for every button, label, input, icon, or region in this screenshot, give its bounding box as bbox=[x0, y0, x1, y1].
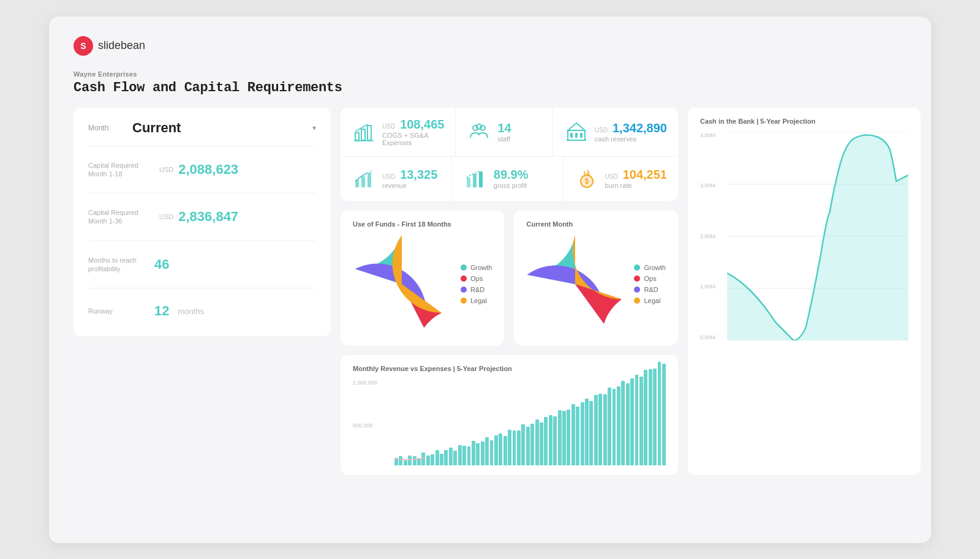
rd2-dot bbox=[634, 287, 640, 293]
ops-dot bbox=[461, 276, 467, 282]
rd2-label: R&D bbox=[644, 286, 658, 293]
bar bbox=[503, 436, 507, 465]
bar bbox=[662, 364, 666, 465]
bar bbox=[576, 407, 579, 465]
metric-revenue: USD 13,325 revenue bbox=[341, 157, 452, 201]
breadcrumb: Wayne Enterprises bbox=[74, 70, 907, 78]
stats-card: Month Current ▾ Capital RequiredMonth 1-… bbox=[74, 108, 331, 337]
svg-rect-0 bbox=[355, 133, 359, 140]
svg-text:$: $ bbox=[584, 177, 589, 186]
bar bbox=[589, 401, 593, 465]
bar bbox=[612, 389, 616, 465]
ops-label: Ops bbox=[470, 275, 483, 282]
month-value: Current bbox=[132, 120, 305, 136]
bar bbox=[585, 399, 589, 465]
right-panel: Cash in the Bank | 5-Year Projection 4.0… bbox=[688, 108, 921, 475]
legal-dot bbox=[461, 298, 467, 304]
bar bbox=[490, 440, 494, 465]
growth-dot bbox=[461, 264, 467, 271]
logo-letter: S bbox=[80, 41, 86, 51]
svg-rect-9 bbox=[575, 133, 578, 138]
bar bbox=[481, 441, 484, 465]
bar bbox=[494, 435, 498, 465]
bar bbox=[462, 446, 466, 465]
bar bbox=[598, 394, 602, 465]
profit-label: gross profit bbox=[494, 182, 529, 189]
revenue-label: revenue bbox=[382, 182, 437, 189]
pie-chart-18months: Use of Funds - First 18 Months bbox=[341, 211, 504, 345]
revenue-value: 13,325 bbox=[400, 168, 437, 182]
svg-rect-18 bbox=[479, 171, 483, 187]
profitability-value: 46 bbox=[154, 257, 169, 272]
legend-legal: Legal bbox=[461, 297, 492, 304]
pie2-title: Current Month bbox=[526, 220, 665, 228]
pie1-title: Use of Funds - First 18 Months bbox=[353, 220, 492, 228]
bar bbox=[621, 381, 625, 465]
main-container: S slidebean Wayne Enterprises Cash Flow … bbox=[49, 17, 931, 543]
revenue-chart-area: 1,000,000 500,000 bbox=[353, 380, 666, 465]
bank-y-3: 3.00M bbox=[700, 182, 725, 189]
legend2-ops: Ops bbox=[634, 275, 665, 282]
ops2-label: Ops bbox=[644, 275, 656, 282]
bar bbox=[458, 445, 462, 465]
svg-rect-10 bbox=[580, 133, 582, 138]
bars-container bbox=[394, 380, 666, 465]
bank-y-labels: 4.00M 3.00M 2.00M 1.00M 0.00M bbox=[700, 132, 725, 340]
svg-rect-17 bbox=[473, 174, 477, 187]
growth-label: Growth bbox=[470, 264, 492, 271]
left-panel: Month Current ▾ Capital RequiredMonth 1-… bbox=[74, 108, 331, 475]
bar bbox=[544, 417, 548, 465]
metric-cogs: USD 108,465 COGS + SG&A Expenses bbox=[341, 108, 456, 156]
pie1-svg bbox=[353, 235, 451, 333]
cogs-label: COGS + SG&A Expenses bbox=[382, 132, 444, 146]
profit-icon bbox=[463, 167, 488, 191]
bar bbox=[567, 410, 570, 465]
cogs-value: 108,465 bbox=[400, 118, 444, 132]
header: S slidebean bbox=[74, 36, 907, 56]
bar bbox=[626, 383, 630, 465]
staff-value: 14 bbox=[497, 121, 511, 135]
bank-icon bbox=[564, 119, 589, 144]
pie2-svg bbox=[526, 235, 624, 333]
svg-rect-8 bbox=[570, 133, 573, 138]
bar bbox=[644, 370, 647, 465]
y-axis-labels: 1,000,000 500,000 bbox=[353, 380, 393, 465]
burn-label: burn rate bbox=[605, 182, 667, 189]
pie1-legend: Growth Ops R&D bbox=[461, 264, 492, 304]
bar bbox=[417, 458, 421, 465]
bank-chart-card: Cash in the Bank | 5-Year Projection 4.0… bbox=[688, 108, 921, 475]
bar bbox=[472, 441, 475, 465]
bar bbox=[630, 378, 634, 465]
bar bbox=[649, 369, 652, 465]
burn-value: 104,251 bbox=[623, 168, 667, 182]
cogs-currency: USD bbox=[382, 123, 395, 130]
bar-chart-icon bbox=[352, 119, 376, 144]
revenue-chart-card: Monthly Revenue vs Expenses | 5-Year Pro… bbox=[341, 355, 678, 475]
y-label-2: 500,000 bbox=[353, 422, 393, 429]
revenue-chart-title: Monthly Revenue vs Expenses | 5-Year Pro… bbox=[353, 365, 666, 372]
metric-profit: 89.9% gross profit bbox=[452, 157, 564, 201]
svg-rect-1 bbox=[361, 129, 365, 140]
bar bbox=[617, 386, 620, 465]
revenue-icon bbox=[352, 167, 376, 191]
bank-chart-svg bbox=[727, 132, 908, 340]
growth2-dot bbox=[634, 264, 640, 271]
stat-row-profitability: Months to reachprofitability 46 bbox=[88, 251, 316, 279]
pie2-container: Growth Ops R&D bbox=[526, 235, 665, 333]
month-dropdown[interactable]: ▾ bbox=[312, 124, 316, 132]
legend-growth: Growth bbox=[461, 264, 492, 271]
ops2-dot bbox=[634, 276, 640, 282]
rd-label: R&D bbox=[470, 286, 484, 293]
bar bbox=[517, 430, 521, 465]
bar bbox=[426, 456, 430, 465]
stat-row-runway: Runway 12 months bbox=[88, 298, 316, 324]
metrics-row-2: USD 13,325 revenue bbox=[341, 157, 678, 201]
bar bbox=[521, 424, 525, 465]
legal-label: Legal bbox=[470, 297, 487, 304]
rd-dot bbox=[461, 287, 467, 293]
bar bbox=[562, 411, 566, 465]
growth2-label: Growth bbox=[644, 264, 665, 271]
bar bbox=[421, 452, 425, 465]
pie2-legend: Growth Ops R&D bbox=[634, 264, 665, 304]
bar bbox=[513, 430, 516, 465]
